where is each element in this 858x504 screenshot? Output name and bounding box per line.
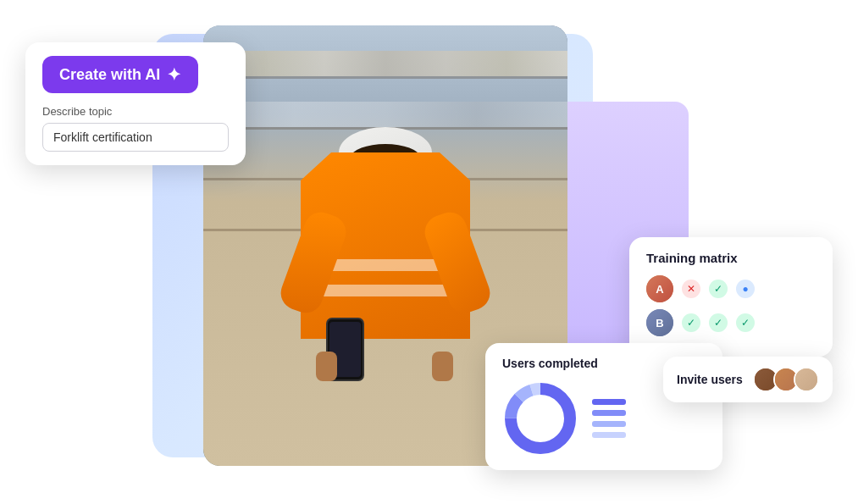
legend-bar-1 xyxy=(592,399,626,405)
status-blue-1: ● xyxy=(736,280,755,298)
status-green-2a: ✓ xyxy=(682,313,700,332)
status-green-1: ✓ xyxy=(709,280,728,298)
avatar-1: A xyxy=(646,275,673,302)
legend-item-3 xyxy=(592,421,626,427)
topic-input[interactable] xyxy=(42,123,229,152)
sparkle-icon: ✦ xyxy=(167,64,181,85)
ai-button[interactable]: Create with AI ✦ xyxy=(42,56,198,93)
status-green-2b: ✓ xyxy=(709,313,728,332)
legend-item-2 xyxy=(592,410,626,416)
training-matrix-card: Training matrix A ✕ ✓ ● B ✓ ✓ ✓ xyxy=(629,237,833,357)
status-green-2c: ✓ xyxy=(736,313,755,332)
legend-bar-3 xyxy=(592,421,626,427)
invite-users-card[interactable]: Invite users xyxy=(663,357,833,402)
ai-button-label: Create with AI xyxy=(59,66,160,84)
invite-avatar-3 xyxy=(794,367,819,392)
legend-bar-4 xyxy=(592,432,626,438)
matrix-row-2: B ✓ ✓ ✓ xyxy=(646,309,816,336)
legend-item-1 xyxy=(592,399,626,405)
chart-legend xyxy=(592,399,626,438)
scene: Create with AI ✦ Describe topic Training… xyxy=(0,0,858,504)
avatar-2: B xyxy=(646,309,673,336)
invite-avatars-group xyxy=(753,367,819,392)
legend-item-4 xyxy=(592,432,626,438)
legend-bar-2 xyxy=(592,410,626,416)
donut-chart xyxy=(502,380,578,457)
matrix-row-1: A ✕ ✓ ● xyxy=(646,275,816,302)
status-red-1: ✕ xyxy=(682,280,700,298)
describe-label: Describe topic xyxy=(42,105,229,118)
create-with-ai-card: Create with AI ✦ Describe topic xyxy=(25,42,246,165)
invite-users-label: Invite users xyxy=(677,373,743,386)
training-matrix-title: Training matrix xyxy=(646,251,816,265)
